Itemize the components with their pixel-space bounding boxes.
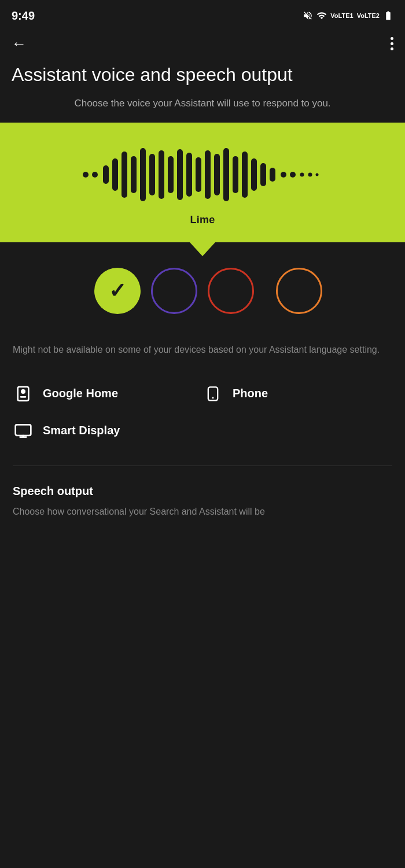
- svg-rect-9: [168, 156, 174, 193]
- voice-option-red[interactable]: [208, 268, 254, 314]
- svg-rect-15: [223, 148, 229, 201]
- status-icons: VoLTE1 VoLTE2: [303, 10, 393, 21]
- google-home-icon: [13, 383, 34, 404]
- status-time: 9:49: [12, 9, 35, 23]
- top-nav: ←: [0, 29, 405, 58]
- voice-option-purple[interactable]: [151, 268, 197, 314]
- svg-rect-17: [242, 152, 248, 198]
- back-button[interactable]: ←: [12, 36, 27, 51]
- svg-point-0: [83, 172, 89, 178]
- availability-note: Might not be available on some of your d…: [0, 326, 405, 366]
- voice-option-lime[interactable]: ✓: [94, 268, 141, 314]
- svg-point-27: [21, 389, 25, 394]
- device-item-phone: Phone: [203, 375, 392, 412]
- selection-pointer: [190, 242, 215, 256]
- svg-rect-18: [251, 158, 257, 191]
- smart-display-label: Smart Display: [43, 424, 120, 437]
- wifi-icon: [316, 10, 327, 21]
- svg-point-23: [300, 172, 304, 176]
- svg-rect-3: [112, 158, 118, 191]
- svg-point-21: [281, 172, 286, 178]
- waveform-visualization: [81, 146, 324, 204]
- status-bar: 9:49 VoLTE1 VoLTE2: [0, 0, 405, 29]
- mute-icon: [303, 10, 313, 21]
- svg-point-22: [290, 172, 296, 178]
- svg-rect-31: [16, 424, 31, 435]
- svg-rect-20: [270, 168, 275, 182]
- voice-option-orange[interactable]: [276, 268, 322, 314]
- svg-point-25: [316, 173, 319, 176]
- page-title: Assistant voice and speech output: [0, 58, 405, 90]
- svg-point-24: [308, 172, 312, 176]
- svg-point-1: [92, 172, 98, 178]
- voice-selector-row: ✓: [0, 256, 405, 326]
- svg-rect-10: [177, 149, 183, 200]
- phone-label: Phone: [233, 387, 268, 400]
- svg-rect-8: [159, 150, 164, 199]
- lte1-label: VoLTE1: [330, 12, 353, 19]
- battery-icon: [383, 10, 393, 21]
- voice-name-label: Lime: [190, 214, 215, 226]
- device-list: Google Home Phone Smart Display: [0, 366, 405, 459]
- svg-rect-11: [186, 153, 192, 197]
- google-home-label: Google Home: [43, 387, 118, 400]
- svg-rect-2: [103, 165, 109, 184]
- speech-output-title: Speech output: [0, 473, 405, 503]
- svg-rect-16: [233, 156, 238, 193]
- svg-rect-6: [140, 148, 146, 201]
- svg-rect-13: [205, 150, 211, 199]
- waveform-card: Lime: [0, 123, 405, 242]
- svg-rect-4: [122, 152, 127, 198]
- speech-output-description: Choose how conversational your Search an…: [0, 503, 405, 530]
- speech-output-section: Speech output Choose how conversational …: [0, 473, 405, 530]
- section-divider: [13, 466, 392, 466]
- svg-rect-28: [20, 396, 27, 398]
- more-menu-button[interactable]: [391, 37, 393, 50]
- checkmark-icon: ✓: [109, 280, 126, 301]
- lte2-label: VoLTE2: [357, 12, 380, 19]
- svg-rect-19: [260, 163, 266, 186]
- svg-rect-5: [131, 156, 137, 193]
- svg-rect-7: [149, 154, 155, 195]
- svg-rect-12: [196, 157, 201, 192]
- device-item-smart-display: Smart Display: [13, 412, 392, 449]
- page-subtitle: Choose the voice your Assistant will use…: [0, 90, 405, 123]
- smart-display-icon: [13, 420, 34, 441]
- device-item-google-home: Google Home: [13, 375, 203, 412]
- svg-rect-14: [214, 154, 220, 195]
- phone-icon: [203, 383, 223, 404]
